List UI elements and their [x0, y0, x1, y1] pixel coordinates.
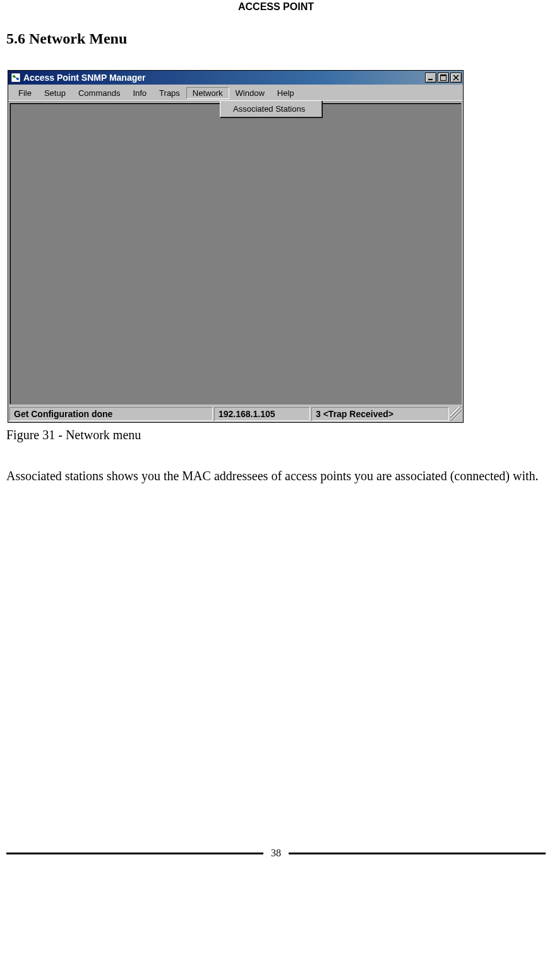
menu-item-associated-stations[interactable]: Associated Stations: [222, 102, 320, 115]
page-footer: 38: [0, 841, 552, 860]
menu-item-commands[interactable]: Commands: [72, 87, 126, 99]
svg-rect-3: [428, 79, 433, 80]
menu-item-setup[interactable]: Setup: [38, 87, 72, 99]
system-menu-icon[interactable]: [11, 73, 21, 83]
resize-grip-icon[interactable]: [450, 407, 462, 421]
menu-bar: File Setup Commands Info Traps Network W…: [8, 85, 463, 102]
minimize-button[interactable]: [425, 73, 436, 83]
body-paragraph: Associated stations shows you the MAC ad…: [6, 464, 546, 488]
figure-caption: Figure 31 - Network menu: [6, 428, 552, 442]
page-header: ACCESS POINT: [0, 0, 552, 13]
menu-item-file[interactable]: File: [12, 87, 38, 99]
section-heading: 5.6 Network Menu: [6, 30, 552, 47]
menu-item-traps[interactable]: Traps: [153, 87, 186, 99]
footer-rule-left: [6, 853, 263, 854]
footer-rule-right: [289, 853, 546, 854]
status-ip: 192.168.1.105: [214, 407, 310, 421]
svg-rect-5: [441, 75, 447, 76]
network-dropdown: Associated Stations: [220, 100, 322, 117]
maximize-button[interactable]: [438, 73, 449, 83]
client-area: [9, 103, 462, 404]
status-bar: Get Configuration done 192.168.1.105 3 <…: [8, 406, 463, 422]
menu-item-network[interactable]: Network: [186, 87, 229, 99]
menu-item-help[interactable]: Help: [271, 87, 301, 99]
menu-item-window[interactable]: Window: [229, 87, 271, 99]
page-number: 38: [271, 847, 281, 859]
title-bar: Access Point SNMP Manager: [8, 71, 463, 85]
window-title: Access Point SNMP Manager: [23, 73, 425, 83]
status-message: Get Configuration done: [9, 407, 213, 421]
menu-item-info[interactable]: Info: [126, 87, 153, 99]
close-button[interactable]: [450, 73, 462, 83]
app-window: Access Point SNMP Manager File Setup Com…: [8, 70, 464, 423]
status-trap: 3 <Trap Received>: [311, 407, 449, 421]
